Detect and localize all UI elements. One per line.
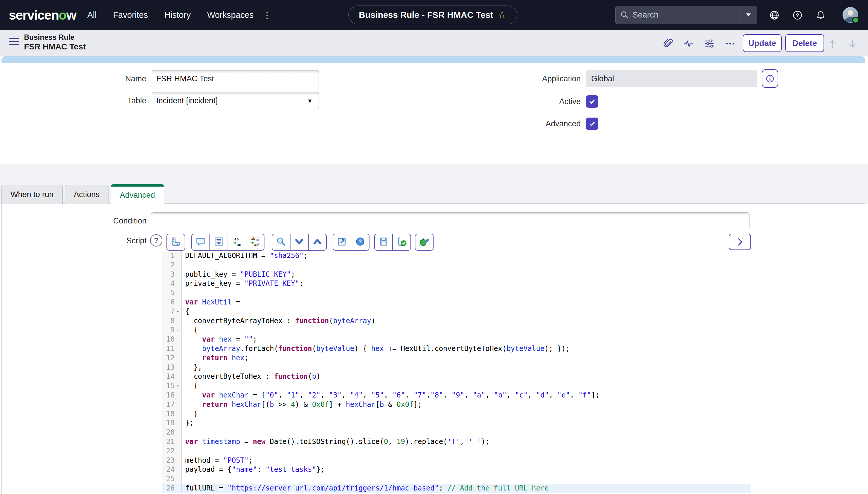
- svg-text:ac: ac: [237, 243, 241, 247]
- fold-gutter-spacer: [175, 363, 181, 372]
- line-number: 6: [162, 298, 175, 307]
- replace-button[interactable]: abac: [228, 234, 246, 251]
- toggle-comment-icon: [195, 236, 206, 248]
- syntax-editor-button[interactable]: [167, 234, 185, 251]
- code-text: return hex;: [182, 354, 751, 363]
- code-text: [182, 428, 751, 437]
- gutter-cell: 1: [162, 251, 182, 261]
- line-number: 17: [162, 400, 175, 410]
- name-field-label: Name: [58, 74, 146, 83]
- code-text: var HexUtil =: [182, 298, 751, 307]
- nav-item-favorites[interactable]: Favorites: [113, 10, 148, 20]
- code-text: convertByteToHex : function(b): [182, 372, 751, 381]
- presence-indicator: [852, 17, 859, 23]
- search-input[interactable]: Search: [633, 10, 740, 20]
- code-line: 10 var hex = "";: [162, 335, 751, 344]
- fold-gutter-spacer: [175, 437, 181, 446]
- open-new-window-button[interactable]: [333, 234, 351, 251]
- editor-help-button[interactable]: ?: [351, 234, 370, 251]
- line-number: 26: [162, 484, 175, 493]
- toggle-comment-button[interactable]: [191, 234, 210, 251]
- fold-arrow-icon[interactable]: ▾: [175, 307, 181, 317]
- code-text: payload = {"name": "test tasks"};: [182, 465, 751, 474]
- search-code-button[interactable]: [272, 234, 290, 251]
- application-info-button[interactable]: [762, 69, 778, 88]
- previous-record-arrow-icon[interactable]: [827, 38, 838, 50]
- fold-arrow-icon[interactable]: ▾: [175, 381, 181, 391]
- delete-button[interactable]: Delete: [785, 34, 824, 52]
- replace-all-button[interactable]: abac: [246, 234, 264, 251]
- notifications-bell-icon[interactable]: [815, 10, 827, 21]
- favorite-star-icon[interactable]: ☆: [497, 10, 507, 20]
- code-line: 2: [162, 261, 751, 270]
- active-checkbox[interactable]: [586, 95, 598, 108]
- nav-item-all[interactable]: All: [87, 10, 97, 20]
- activity-pulse-icon[interactable]: [683, 38, 694, 49]
- code-text: var hex = "";: [182, 335, 751, 344]
- toolbar-group: ?: [333, 234, 370, 251]
- find-next-icon: [294, 236, 304, 248]
- search-icon: [620, 11, 629, 19]
- gutter-cell: 18: [162, 410, 182, 419]
- more-menus-icon[interactable]: ⋮: [262, 10, 272, 21]
- gutter-cell: 26: [162, 484, 182, 493]
- nav-item-workspaces[interactable]: Workspaces: [207, 10, 253, 20]
- debug-script-button[interactable]: [415, 234, 434, 251]
- attachment-paperclip-icon[interactable]: [663, 38, 674, 49]
- global-search[interactable]: Search: [615, 6, 757, 24]
- tab-when-to-run[interactable]: When to run: [1, 185, 63, 204]
- record-type-label: Business Rule: [24, 33, 86, 42]
- chevron-down-icon: [745, 13, 752, 17]
- record-pill-label: Business Rule - FSR HMAC Test: [359, 10, 493, 20]
- globe-icon[interactable]: [769, 10, 780, 21]
- form-context-menu-icon[interactable]: [9, 38, 19, 46]
- fold-arrow-icon[interactable]: ▾: [175, 325, 181, 335]
- code-text: [182, 261, 751, 270]
- script-code-editor[interactable]: 1DEFAULT_ALGORITHM = "sha256";23public_k…: [162, 251, 751, 494]
- line-number: 10: [162, 335, 175, 344]
- current-record-pill[interactable]: Business Rule - FSR HMAC Test ☆: [348, 5, 517, 24]
- expand-editor-button[interactable]: [729, 234, 751, 250]
- search-scope-dropdown[interactable]: [740, 13, 757, 17]
- script-help-icon[interactable]: ?: [150, 234, 162, 247]
- code-text: };: [182, 419, 751, 428]
- info-icon: [765, 74, 775, 84]
- table-select[interactable]: Incident [incident] ▼: [151, 92, 319, 109]
- find-next-button[interactable]: [290, 234, 309, 251]
- update-button[interactable]: Update: [743, 34, 782, 52]
- tab-actions[interactable]: Actions: [65, 185, 109, 204]
- gutter-cell: 9▾: [162, 325, 182, 335]
- user-avatar[interactable]: [843, 7, 858, 23]
- advanced-checkbox[interactable]: [586, 118, 598, 130]
- form-annotation-strip: [1, 56, 865, 63]
- more-actions-icon[interactable]: [725, 38, 736, 49]
- format-code-button[interactable]: [209, 234, 228, 251]
- servicenow-logo[interactable]: servicenow: [9, 7, 76, 23]
- gutter-cell: 24: [162, 465, 182, 474]
- code-text: },: [182, 363, 751, 372]
- script-field-label: Script: [59, 236, 147, 245]
- code-text: method = "POST";: [182, 456, 751, 466]
- code-text: }: [182, 410, 751, 419]
- nav-item-history[interactable]: History: [165, 10, 191, 20]
- tab-advanced[interactable]: Advanced: [111, 184, 164, 204]
- script-check-button[interactable]: [392, 234, 411, 251]
- next-record-arrow-icon[interactable]: [847, 38, 858, 50]
- gutter-cell: 25: [162, 474, 182, 484]
- gutter-cell: 5: [162, 288, 182, 298]
- condition-input[interactable]: [151, 212, 750, 229]
- code-line: 9▾ {: [162, 325, 751, 335]
- save-script-button[interactable]: [374, 234, 393, 251]
- line-number: 9: [162, 325, 175, 335]
- help-icon[interactable]: ?: [792, 10, 803, 21]
- form-header-bar: Business Rule FSR HMAC Test Update Delet…: [0, 30, 868, 56]
- code-line: 17 return hexChar[(b >> 4) & 0x0f] + hex…: [162, 400, 751, 410]
- personalize-sliders-icon[interactable]: [704, 38, 715, 49]
- code-text: private_key = "PRIVATE KEY";: [182, 279, 751, 288]
- name-input[interactable]: FSR HMAC Test: [151, 70, 319, 87]
- code-line: 21var timestamp = new Date().toISOString…: [162, 437, 751, 446]
- advanced-field-label: Advanced: [493, 119, 581, 128]
- find-previous-button[interactable]: [308, 234, 327, 251]
- gutter-cell: 17: [162, 400, 182, 410]
- code-text: [182, 446, 751, 456]
